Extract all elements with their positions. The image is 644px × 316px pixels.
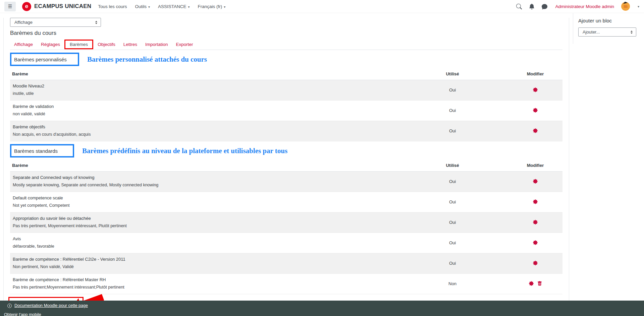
trash-icon[interactable] [537, 281, 542, 286]
custom-section-title: Barèmes personnalisés [14, 57, 67, 62]
scale-values: défavorable, favorable [13, 244, 397, 249]
scale-name: Barème objectifs [13, 124, 397, 130]
annotation-note-standard: Barèmes prédéfinis au niveau de la plate… [82, 147, 287, 155]
scale-values: Non pertinent, Non validé, Validé [13, 264, 397, 269]
scale-values: Pas très pertinent, Moyennement intéress… [13, 223, 397, 229]
add-block-select-value: Ajouter... [583, 29, 600, 35]
annotation-note-custom: Barèmes personnalisé attachés du cours [87, 55, 207, 64]
nav-tools-dropdown[interactable]: Outils [135, 4, 150, 9]
main-nav: Tous les cours Outils ASSISTANCE Françai… [98, 4, 225, 9]
standard-section-title: Barèmes standards [14, 148, 58, 154]
table-row: Moodle Niveau2 inutile, utile Oui [10, 80, 562, 101]
gear-icon[interactable] [533, 240, 538, 245]
scale-values: inutile, utile [13, 91, 397, 96]
add-block-region: Ajouter un bloc Ajouter... [573, 13, 642, 44]
standard-scales-header: Barèmes standards Barèmes prédéfinis au … [10, 144, 562, 157]
scale-name: Moodle Niveau2 [13, 83, 397, 89]
top-navbar: e ECAMPUS UNICAEN Tous les cours Outils … [0, 0, 644, 13]
tab-reglages[interactable]: Réglages [37, 42, 64, 47]
scale-used: Oui [397, 220, 508, 225]
col-modify: Modifier [508, 163, 562, 168]
nav-assistance-dropdown[interactable]: ASSISTANCE [158, 4, 190, 9]
custom-scales-table: Barème Utilisé Modifier Moodle Niveau2 i… [10, 67, 562, 141]
table-row: Separate and Connected ways of knowing M… [10, 172, 562, 192]
table-header: Barème Utilisé Modifier [10, 159, 562, 172]
annotation-blue-box-standard: Barèmes standards [10, 144, 74, 157]
table-row: Barème de compétence : Référentiel Maste… [10, 274, 562, 294]
col-used: Utilisé [397, 163, 508, 168]
bell-icon[interactable] [529, 4, 535, 9]
scale-used: Oui [397, 128, 508, 133]
nav-all-courses[interactable]: Tous les cours [98, 4, 127, 9]
col-used: Utilisé [397, 71, 508, 76]
gear-icon[interactable] [533, 87, 538, 92]
moodle-docs-link[interactable]: Documentation Moodle pour cette page [14, 303, 88, 308]
tab-exporter[interactable]: Exporter [172, 42, 197, 47]
scale-values: non validé, validé [13, 111, 397, 117]
view-toolbar: Affichage [10, 18, 101, 27]
gear-icon[interactable] [533, 128, 538, 133]
select-arrows-icon [95, 21, 97, 24]
scale-name: Default competence scale [13, 195, 397, 201]
scale-name: Avis [13, 236, 397, 242]
gear-icon[interactable] [529, 281, 534, 286]
chevron-down-icon[interactable]: ▾ [638, 5, 639, 8]
scale-name: Barème de compétence : Référentiel Maste… [13, 277, 397, 282]
info-icon [7, 304, 12, 308]
gear-icon[interactable] [533, 179, 538, 184]
gear-icon[interactable] [533, 220, 538, 225]
scale-name: Barème de validation [13, 104, 397, 109]
table-row: Avis défavorable, favorable Oui [10, 233, 562, 253]
tab-baremes[interactable]: Barèmes [66, 42, 92, 47]
scale-name: Appropriation du savoir liée ou détachée [13, 216, 397, 221]
scale-values: Non acquis, en cours d'acquisition, acqu… [13, 132, 397, 137]
table-row: Default competence scale Not yet compete… [10, 192, 562, 212]
scale-used: Non [397, 281, 508, 286]
scale-values: Not yet competent, Competent [13, 203, 397, 208]
tab-importation[interactable]: Importation [141, 42, 172, 47]
gear-icon[interactable] [533, 261, 538, 265]
display-select[interactable]: Affichage [10, 18, 101, 27]
table-row: Barème de validation non validé, validé … [10, 101, 562, 121]
table-row: Barème de compétence : Référentiel C2i2e… [10, 253, 562, 274]
brand-title: ECAMPUS UNICAEN [34, 3, 91, 10]
gear-icon[interactable] [533, 108, 538, 113]
col-scale: Barème [10, 71, 397, 76]
tab-lettres[interactable]: Lettres [119, 42, 141, 47]
mobile-app-link[interactable]: Obtenir l'app mobile [4, 312, 41, 316]
select-arrows-icon [631, 30, 633, 34]
scale-values: Pas très pertinent;Moyennement intéressa… [13, 285, 397, 290]
page-footer: Documentation Moodle pour cette page Obt… [0, 301, 644, 316]
search-icon[interactable] [516, 4, 522, 9]
scale-values: Mostly separate knowing, Separate and co… [13, 182, 397, 188]
add-block-title: Ajouter un bloc [578, 18, 637, 23]
scale-used: Oui [397, 199, 508, 204]
table-row: Barème objectifs Non acquis, en cours d'… [10, 121, 562, 141]
page-title: Barèmes du cours [10, 30, 562, 37]
custom-scales-header: Barèmes personnalisés Barèmes personnali… [10, 53, 562, 66]
ecampus-logo[interactable]: e [22, 2, 31, 11]
display-select-value: Affichage [14, 20, 33, 25]
tab-objectifs[interactable]: Objectifs [94, 42, 119, 47]
avatar[interactable]: m [621, 2, 630, 11]
scale-used: Oui [397, 87, 508, 92]
col-scale: Barème [10, 163, 397, 168]
table-row: Appropriation du savoir liée ou détachée… [10, 212, 562, 233]
scale-used: Oui [397, 179, 508, 184]
annotation-blue-box-custom: Barèmes personnalisés [10, 53, 79, 66]
tab-affichage[interactable]: Affichage [10, 42, 37, 47]
chat-icon[interactable] [542, 4, 547, 9]
col-modify: Modifier [508, 71, 562, 76]
user-menu[interactable]: Administrateur Moodle admin [555, 4, 614, 9]
tab-bar: Affichage Réglages Barèmes Objectifs Let… [10, 39, 562, 50]
scale-used: Oui [397, 261, 508, 266]
nav-language-dropdown[interactable]: Français (fr) [198, 4, 226, 9]
annotation-red-box-tab: Barèmes [64, 40, 93, 49]
scale-name: Separate and Connected ways of knowing [13, 175, 397, 180]
gear-icon[interactable] [533, 199, 538, 204]
menu-icon[interactable] [4, 2, 16, 11]
standard-scales-table: Barème Utilisé Modifier Separate and Con… [10, 159, 562, 294]
main-content: Affichage Barèmes du cours Affichage Rég… [3, 18, 569, 316]
scale-used: Oui [397, 108, 508, 113]
add-block-select[interactable]: Ajouter... [578, 27, 636, 37]
